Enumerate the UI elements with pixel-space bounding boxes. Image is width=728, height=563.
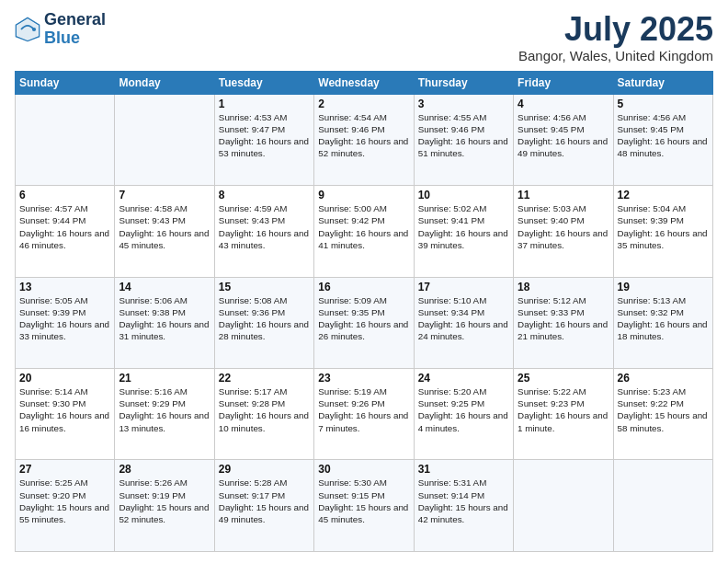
day-info: Sunrise: 5:23 AM Sunset: 9:22 PM Dayligh… [618, 385, 709, 434]
calendar-cell: 19Sunrise: 5:13 AM Sunset: 9:32 PM Dayli… [613, 277, 712, 368]
day-info: Sunrise: 5:03 AM Sunset: 9:40 PM Dayligh… [518, 202, 609, 251]
calendar-cell: 3Sunrise: 4:55 AM Sunset: 9:46 PM Daylig… [414, 94, 513, 185]
day-number: 30 [318, 463, 409, 476]
day-number: 3 [418, 98, 509, 110]
day-number: 5 [618, 98, 709, 110]
calendar-cell: 14Sunrise: 5:06 AM Sunset: 9:38 PM Dayli… [115, 277, 214, 368]
calendar-cell: 31Sunrise: 5:31 AM Sunset: 9:14 PM Dayli… [414, 460, 513, 552]
calendar-cell: 24Sunrise: 5:20 AM Sunset: 9:25 PM Dayli… [414, 369, 513, 460]
day-number: 26 [618, 372, 709, 385]
day-info: Sunrise: 4:53 AM Sunset: 9:47 PM Dayligh… [219, 111, 310, 160]
logo: General Blue [15, 11, 106, 48]
day-number: 2 [318, 98, 409, 110]
day-number: 7 [119, 189, 210, 201]
day-number: 21 [119, 372, 210, 385]
day-number: 6 [19, 189, 110, 201]
calendar-row-1: 1Sunrise: 4:53 AM Sunset: 9:47 PM Daylig… [16, 94, 713, 185]
day-info: Sunrise: 5:14 AM Sunset: 9:30 PM Dayligh… [19, 385, 110, 434]
day-number: 8 [219, 189, 310, 201]
day-info: Sunrise: 5:25 AM Sunset: 9:20 PM Dayligh… [19, 477, 110, 525]
day-info: Sunrise: 5:30 AM Sunset: 9:15 PM Dayligh… [318, 477, 409, 525]
weekday-header-wednesday: Wednesday [314, 71, 414, 94]
calendar-cell: 15Sunrise: 5:08 AM Sunset: 9:36 PM Dayli… [214, 277, 313, 368]
day-info: Sunrise: 5:17 AM Sunset: 9:28 PM Dayligh… [219, 385, 310, 434]
day-number: 4 [518, 98, 609, 110]
calendar-cell: 13Sunrise: 5:05 AM Sunset: 9:39 PM Dayli… [16, 277, 115, 368]
logo-line2: Blue [44, 29, 106, 48]
day-info: Sunrise: 5:02 AM Sunset: 9:41 PM Dayligh… [418, 202, 509, 251]
calendar-cell: 30Sunrise: 5:30 AM Sunset: 9:15 PM Dayli… [314, 460, 414, 552]
day-number: 14 [119, 281, 210, 293]
calendar-cell: 17Sunrise: 5:10 AM Sunset: 9:34 PM Dayli… [414, 277, 513, 368]
calendar-cell: 18Sunrise: 5:12 AM Sunset: 9:33 PM Dayli… [514, 277, 613, 368]
day-number: 28 [119, 463, 210, 476]
title-block: July 2025 Bangor, Wales, United Kingdom [518, 11, 713, 63]
day-info: Sunrise: 5:19 AM Sunset: 9:26 PM Dayligh… [318, 385, 409, 434]
calendar-cell: 2Sunrise: 4:54 AM Sunset: 9:46 PM Daylig… [314, 94, 414, 185]
weekday-header-monday: Monday [115, 71, 214, 94]
weekday-header-thursday: Thursday [414, 71, 513, 94]
calendar-cell [514, 460, 613, 552]
weekday-header-saturday: Saturday [613, 71, 712, 94]
header: General Blue July 2025 Bangor, Wales, Un… [15, 11, 713, 63]
day-number: 10 [418, 189, 509, 201]
day-info: Sunrise: 5:09 AM Sunset: 9:35 PM Dayligh… [318, 294, 409, 343]
day-info: Sunrise: 4:55 AM Sunset: 9:46 PM Dayligh… [418, 111, 509, 160]
day-info: Sunrise: 4:58 AM Sunset: 9:43 PM Dayligh… [119, 202, 210, 251]
logo-icon [15, 17, 40, 42]
calendar-cell: 29Sunrise: 5:28 AM Sunset: 9:17 PM Dayli… [214, 460, 313, 552]
month-title: July 2025 [518, 11, 713, 48]
day-info: Sunrise: 5:12 AM Sunset: 9:33 PM Dayligh… [518, 294, 609, 343]
calendar-cell [16, 94, 115, 185]
day-info: Sunrise: 4:56 AM Sunset: 9:45 PM Dayligh… [518, 111, 609, 160]
logo-line1: General [44, 11, 106, 29]
day-number: 23 [318, 372, 409, 385]
day-number: 16 [318, 281, 409, 293]
day-info: Sunrise: 4:59 AM Sunset: 9:43 PM Dayligh… [219, 202, 310, 251]
day-info: Sunrise: 5:13 AM Sunset: 9:32 PM Dayligh… [618, 294, 709, 343]
calendar-cell: 16Sunrise: 5:09 AM Sunset: 9:35 PM Dayli… [314, 277, 414, 368]
day-info: Sunrise: 4:57 AM Sunset: 9:44 PM Dayligh… [19, 202, 110, 251]
calendar-row-2: 6Sunrise: 4:57 AM Sunset: 9:44 PM Daylig… [16, 186, 713, 277]
day-info: Sunrise: 5:31 AM Sunset: 9:14 PM Dayligh… [418, 477, 509, 525]
calendar-cell [115, 94, 214, 185]
calendar-cell: 21Sunrise: 5:16 AM Sunset: 9:29 PM Dayli… [115, 369, 214, 460]
day-number: 13 [19, 281, 110, 293]
calendar-cell: 8Sunrise: 4:59 AM Sunset: 9:43 PM Daylig… [214, 186, 313, 277]
calendar-cell: 6Sunrise: 4:57 AM Sunset: 9:44 PM Daylig… [16, 186, 115, 277]
day-info: Sunrise: 5:08 AM Sunset: 9:36 PM Dayligh… [219, 294, 310, 343]
day-number: 25 [518, 372, 609, 385]
calendar-cell: 5Sunrise: 4:56 AM Sunset: 9:45 PM Daylig… [613, 94, 712, 185]
day-info: Sunrise: 5:04 AM Sunset: 9:39 PM Dayligh… [618, 202, 709, 251]
day-info: Sunrise: 5:28 AM Sunset: 9:17 PM Dayligh… [219, 477, 310, 525]
calendar-cell: 22Sunrise: 5:17 AM Sunset: 9:28 PM Dayli… [214, 369, 313, 460]
day-number: 31 [418, 463, 509, 476]
calendar-table: SundayMondayTuesdayWednesdayThursdayFrid… [15, 71, 713, 552]
day-number: 27 [19, 463, 110, 476]
calendar-cell: 20Sunrise: 5:14 AM Sunset: 9:30 PM Dayli… [16, 369, 115, 460]
calendar-cell: 27Sunrise: 5:25 AM Sunset: 9:20 PM Dayli… [16, 460, 115, 552]
svg-point-2 [32, 28, 36, 31]
location: Bangor, Wales, United Kingdom [518, 48, 713, 63]
calendar-cell: 1Sunrise: 4:53 AM Sunset: 9:47 PM Daylig… [214, 94, 313, 185]
day-number: 15 [219, 281, 310, 293]
weekday-header-row: SundayMondayTuesdayWednesdayThursdayFrid… [16, 71, 713, 94]
calendar-cell: 26Sunrise: 5:23 AM Sunset: 9:22 PM Dayli… [613, 369, 712, 460]
day-info: Sunrise: 5:16 AM Sunset: 9:29 PM Dayligh… [119, 385, 210, 434]
day-number: 22 [219, 372, 310, 385]
day-number: 20 [19, 372, 110, 385]
day-number: 1 [219, 98, 310, 110]
day-number: 19 [618, 281, 709, 293]
weekday-header-friday: Friday [514, 71, 613, 94]
page: General Blue July 2025 Bangor, Wales, Un… [0, 0, 728, 563]
calendar-cell: 28Sunrise: 5:26 AM Sunset: 9:19 PM Dayli… [115, 460, 214, 552]
day-info: Sunrise: 5:00 AM Sunset: 9:42 PM Dayligh… [318, 202, 409, 251]
calendar-cell: 12Sunrise: 5:04 AM Sunset: 9:39 PM Dayli… [613, 186, 712, 277]
day-number: 11 [518, 189, 609, 201]
day-number: 29 [219, 463, 310, 476]
calendar-row-5: 27Sunrise: 5:25 AM Sunset: 9:20 PM Dayli… [16, 460, 713, 552]
calendar-row-3: 13Sunrise: 5:05 AM Sunset: 9:39 PM Dayli… [16, 277, 713, 368]
calendar-cell: 9Sunrise: 5:00 AM Sunset: 9:42 PM Daylig… [314, 186, 414, 277]
calendar-cell: 7Sunrise: 4:58 AM Sunset: 9:43 PM Daylig… [115, 186, 214, 277]
day-number: 18 [518, 281, 609, 293]
